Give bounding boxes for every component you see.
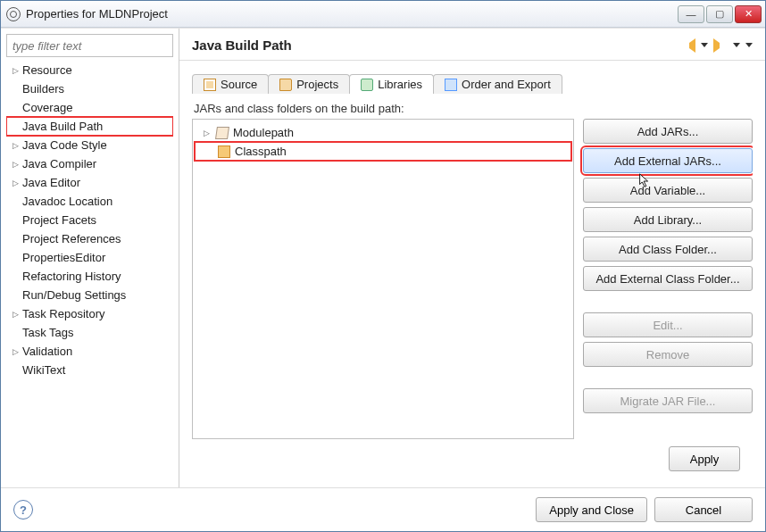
migrate-jar-button: Migrate JAR File... <box>583 388 753 413</box>
sidebar-item-label: Resource <box>22 63 72 77</box>
add-external-jars-button[interactable]: Add External JARs... <box>583 148 753 173</box>
sidebar-item-java-build-path[interactable]: Java Build Path <box>6 117 173 136</box>
apply-button[interactable]: Apply <box>669 446 740 471</box>
maximize-button[interactable]: ▢ <box>706 5 733 23</box>
sidebar-item-refactoring-history[interactable]: Refactoring History <box>6 267 173 286</box>
sidebar-item-label: Refactoring History <box>22 270 121 283</box>
footer: ? Apply and Close Cancel <box>1 487 765 531</box>
chevron-right-icon[interactable]: ▷ <box>10 179 21 187</box>
sidebar-item-validation[interactable]: ▷Validation <box>6 342 173 361</box>
chevron-right-icon[interactable]: ▷ <box>204 129 214 137</box>
add-jars-button[interactable]: Add JARs... <box>583 119 753 144</box>
minimize-button[interactable]: — <box>678 5 704 23</box>
main-panel: Java Build Path Source <box>179 29 765 487</box>
app-icon <box>6 7 21 21</box>
tab-projects[interactable]: Projects <box>268 74 350 94</box>
tab-libraries[interactable]: Libraries <box>349 74 434 94</box>
properties-dialog: Properties for MLDNProject — ▢ ✕ ▷Resour… <box>0 0 766 532</box>
sidebar-item-run-debug-settings[interactable]: Run/Debug Settings <box>6 286 173 304</box>
sidebar-item-label: Project Facets <box>22 213 96 227</box>
order-export-icon <box>445 79 457 91</box>
sidebar-item-java-editor[interactable]: ▷Java Editor <box>6 173 173 192</box>
modulepath-icon <box>215 127 229 139</box>
projects-icon <box>279 79 292 91</box>
window-title: Properties for MLDNProject <box>26 7 678 21</box>
sidebar: ▷ResourceBuildersCoverageJava Build Path… <box>1 29 179 487</box>
sidebar-item-task-repository[interactable]: ▷Task Repository <box>6 304 173 323</box>
chevron-right-icon[interactable]: ▷ <box>10 141 21 150</box>
sidebar-item-label: WikiText <box>22 363 65 377</box>
remove-button: Remove <box>583 342 753 367</box>
tab-label: Projects <box>296 78 338 91</box>
sidebar-item-wikitext[interactable]: WikiText <box>6 361 173 379</box>
sidebar-item-label: Java Build Path <box>22 120 103 133</box>
libraries-icon <box>361 79 373 91</box>
category-tree[interactable]: ▷ResourceBuildersCoverageJava Build Path… <box>6 61 173 487</box>
sidebar-item-label: Project References <box>22 232 121 245</box>
node-classpath[interactable]: Classpath <box>195 142 571 161</box>
sidebar-item-label: Builders <box>22 82 64 96</box>
chevron-right-icon[interactable]: ▷ <box>10 160 21 169</box>
view-menu-icon[interactable] <box>745 43 753 47</box>
sidebar-item-propertieseditor[interactable]: PropertiesEditor <box>6 248 173 267</box>
sidebar-item-coverage[interactable]: Coverage <box>6 98 173 117</box>
chevron-right-icon[interactable]: ▷ <box>10 310 21 319</box>
sidebar-item-java-compiler[interactable]: ▷Java Compiler <box>6 154 173 173</box>
main-header: Java Build Path <box>179 29 765 61</box>
cancel-button[interactable]: Cancel <box>654 497 753 522</box>
page-title: Java Build Path <box>192 37 681 53</box>
edit-button: Edit... <box>583 312 753 337</box>
forward-icon[interactable] <box>713 38 728 53</box>
node-label: Modulepath <box>233 126 294 139</box>
sidebar-item-label: Task Repository <box>22 307 104 320</box>
tab-label: Source <box>221 78 257 91</box>
sidebar-item-label: Validation <box>22 345 72 358</box>
window-controls: — ▢ ✕ <box>678 5 762 23</box>
add-library-button[interactable]: Add Library... <box>583 207 753 232</box>
forward-menu-icon[interactable] <box>733 43 740 47</box>
libraries-area: ▷ Modulepath Classpath Add JARs... Add E… <box>192 119 753 439</box>
button-column: Add JARs... Add External JARs... Add Var… <box>583 119 753 439</box>
sidebar-item-label: Coverage <box>22 101 72 114</box>
sidebar-item-javadoc-location[interactable]: Javadoc Location <box>6 192 173 211</box>
add-class-folder-button[interactable]: Add Class Folder... <box>583 237 753 262</box>
node-modulepath[interactable]: ▷ Modulepath <box>195 123 571 142</box>
sidebar-item-resource[interactable]: ▷Resource <box>6 61 173 79</box>
sidebar-item-label: Java Editor <box>22 176 80 189</box>
content-area: Source Projects Libraries Order and Expo… <box>179 61 765 487</box>
sidebar-item-task-tags[interactable]: Task Tags <box>6 323 173 342</box>
source-icon <box>204 79 216 91</box>
apply-row: Apply <box>192 439 753 478</box>
back-icon[interactable] <box>681 38 695 53</box>
apply-and-close-button[interactable]: Apply and Close <box>536 497 647 522</box>
tab-label: Libraries <box>378 78 422 91</box>
libraries-tree[interactable]: ▷ Modulepath Classpath <box>192 119 574 439</box>
sidebar-item-java-code-style[interactable]: ▷Java Code Style <box>6 136 173 154</box>
sidebar-item-project-facets[interactable]: Project Facets <box>6 211 173 229</box>
tab-source[interactable]: Source <box>192 74 269 94</box>
sidebar-item-label: Java Compiler <box>22 157 96 170</box>
node-label: Classpath <box>235 145 287 158</box>
chevron-right-icon[interactable]: ▷ <box>10 66 21 75</box>
titlebar: Properties for MLDNProject — ▢ ✕ <box>1 1 765 28</box>
classpath-icon <box>218 145 230 158</box>
sidebar-item-label: Java Code Style <box>22 138 107 152</box>
list-description: JARs and class folders on the build path… <box>194 102 753 115</box>
sidebar-item-label: Task Tags <box>22 326 74 339</box>
back-menu-icon[interactable] <box>701 43 708 47</box>
tab-label: Order and Export <box>462 78 551 91</box>
sidebar-item-project-references[interactable]: Project References <box>6 229 173 248</box>
tab-order-export[interactable]: Order and Export <box>433 74 562 94</box>
chevron-right-icon[interactable]: ▷ <box>10 347 21 356</box>
sidebar-item-label: PropertiesEditor <box>22 251 105 264</box>
add-variable-button[interactable]: Add Variable... <box>583 178 753 203</box>
tab-bar: Source Projects Libraries Order and Expo… <box>192 68 753 93</box>
sidebar-item-label: Run/Debug Settings <box>22 288 126 302</box>
dialog-body: ▷ResourceBuildersCoverageJava Build Path… <box>1 28 765 487</box>
close-button[interactable]: ✕ <box>735 5 762 23</box>
filter-input[interactable] <box>6 34 173 57</box>
sidebar-item-builders[interactable]: Builders <box>6 79 173 98</box>
add-external-class-folder-button[interactable]: Add External Class Folder... <box>583 266 753 291</box>
sidebar-item-label: Javadoc Location <box>22 195 112 208</box>
help-icon[interactable]: ? <box>13 500 33 520</box>
